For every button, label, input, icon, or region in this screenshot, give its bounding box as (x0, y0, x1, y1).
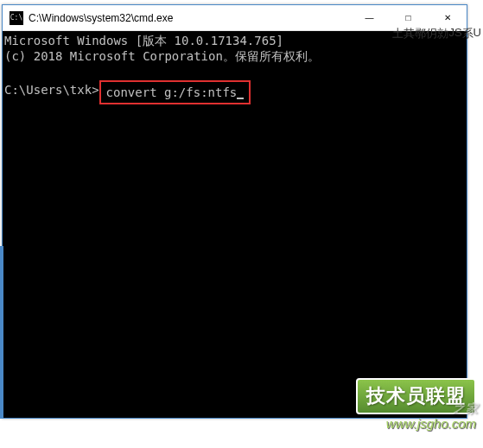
console-area[interactable]: Microsoft Windows [版本 10.0.17134.765] (c… (3, 31, 467, 418)
watermark-overlay: 之家 (453, 401, 479, 417)
watermark-url: www.jsgho.com (386, 416, 476, 431)
watermark-badge: 技术员联盟 之家 (356, 378, 476, 414)
minimize-button[interactable]: — (350, 5, 389, 30)
cursor-icon (237, 98, 244, 99)
watermark-text: 技术员联盟 (366, 385, 466, 407)
left-blue-strip (0, 246, 3, 419)
cmd-window: C:\ C:\Windows\system32\cmd.exe — □ ✕ Mi… (2, 4, 467, 419)
watermark: 技术员联盟 之家 www.jsgho.com (356, 378, 476, 431)
cmd-icon: C:\ (10, 11, 23, 25)
command-prompt: C:\Users\txk> (4, 82, 99, 104)
side-cropped-text: U 系 JS 勍 仴 鄩 其 土 (392, 26, 481, 54)
console-blank-line (4, 64, 465, 79)
window-title: C:\Windows\system32\cmd.exe (29, 12, 350, 24)
command-row: C:\Users\txk> convert g:/fs:ntfs (4, 82, 465, 104)
command-text: convert g:/fs:ntfs (106, 85, 238, 99)
command-highlight-box: convert g:/fs:ntfs (99, 80, 251, 104)
